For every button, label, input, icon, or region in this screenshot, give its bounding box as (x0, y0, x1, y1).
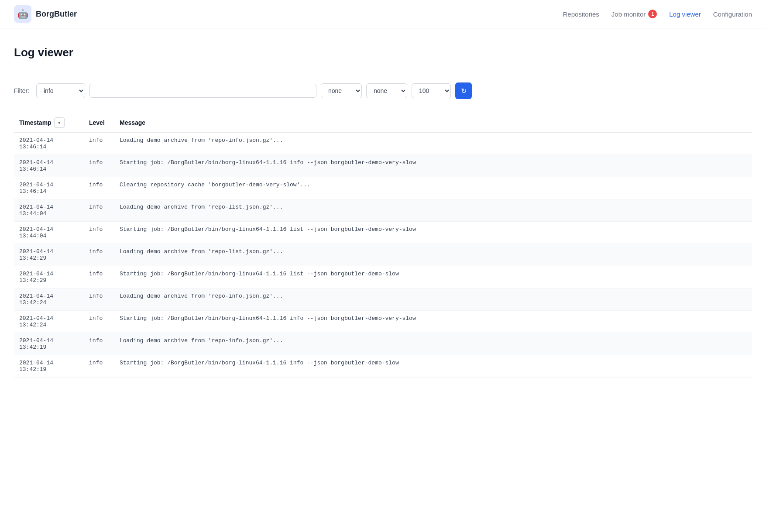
timestamp-cell: 2021-04-14 13:46:14 (14, 155, 84, 177)
level-cell: info (84, 266, 114, 288)
logo-icon: 🤖 (14, 5, 31, 23)
level-cell: info (84, 288, 114, 311)
table-row: 2021-04-14 13:42:24infoLoading demo arch… (14, 288, 752, 311)
page-title: Log viewer (14, 46, 752, 59)
timestamp-cell: 2021-04-14 13:42:29 (14, 266, 84, 288)
nav-repositories[interactable]: Repositories (563, 10, 599, 18)
timestamp-cell: 2021-04-14 13:42:19 (14, 355, 84, 378)
message-cell: Loading demo archive from 'repo-list.jso… (114, 244, 752, 266)
message-cell: Loading demo archive from 'repo-info.jso… (114, 133, 752, 155)
level-filter-select[interactable]: info debug warning error (36, 83, 85, 98)
message-cell: Loading demo archive from 'repo-list.jso… (114, 199, 752, 222)
count-select[interactable]: 100 50 200 (412, 83, 451, 98)
search-input[interactable] (89, 84, 316, 98)
logo-area: 🤖 BorgButler (14, 5, 77, 23)
message-cell: Starting job: /BorgButler/bin/borg-linux… (114, 311, 752, 333)
header: 🤖 BorgButler Repositories Job monitor 1 … (0, 0, 766, 28)
section-divider (14, 70, 752, 70)
timestamp-cell: 2021-04-14 13:46:14 (14, 133, 84, 155)
table-header: Timestamp ▾ Level Message (14, 113, 752, 133)
table-row: 2021-04-14 13:46:14infoStarting job: /Bo… (14, 155, 752, 177)
level-cell: info (84, 199, 114, 222)
app-name: BorgButler (36, 10, 77, 19)
timestamp-cell: 2021-04-14 13:42:24 (14, 311, 84, 333)
svg-text:🤖: 🤖 (17, 9, 28, 19)
filter-label: Filter: (14, 87, 29, 94)
timestamp-cell: 2021-04-14 13:44:04 (14, 222, 84, 244)
log-table: Timestamp ▾ Level Message 2021-04-14 13:… (14, 113, 752, 378)
level-cell: info (84, 155, 114, 177)
none-filter-select-1[interactable]: none (321, 83, 362, 98)
message-cell: Loading demo archive from 'repo-info.jso… (114, 333, 752, 355)
job-monitor-badge: 1 (648, 10, 657, 18)
main-nav: Repositories Job monitor 1 Log viewer Co… (563, 10, 752, 18)
level-cell: info (84, 355, 114, 378)
level-cell: info (84, 177, 114, 199)
table-row: 2021-04-14 13:46:14infoClearing reposito… (14, 177, 752, 199)
page-content: Log viewer Filter: info debug warning er… (0, 28, 766, 395)
nav-configuration[interactable]: Configuration (713, 10, 752, 18)
sort-timestamp-button[interactable]: ▾ (54, 117, 65, 128)
nav-log-viewer[interactable]: Log viewer (669, 10, 701, 18)
message-cell: Starting job: /BorgButler/bin/borg-linux… (114, 155, 752, 177)
level-cell: info (84, 222, 114, 244)
table-row: 2021-04-14 13:42:24infoStarting job: /Bo… (14, 311, 752, 333)
message-cell: Clearing repository cache 'borgbutler-de… (114, 177, 752, 199)
col-level: Level (84, 113, 114, 133)
level-cell: info (84, 133, 114, 155)
filter-row: Filter: info debug warning error none no… (14, 82, 752, 99)
table-row: 2021-04-14 13:42:19infoStarting job: /Bo… (14, 355, 752, 378)
table-row: 2021-04-14 13:44:04infoLoading demo arch… (14, 199, 752, 222)
level-cell: info (84, 244, 114, 266)
refresh-icon: ↻ (461, 87, 467, 95)
col-message: Message (114, 113, 752, 133)
timestamp-cell: 2021-04-14 13:44:04 (14, 199, 84, 222)
message-cell: Starting job: /BorgButler/bin/borg-linux… (114, 355, 752, 378)
table-row: 2021-04-14 13:42:29infoLoading demo arch… (14, 244, 752, 266)
refresh-button[interactable]: ↻ (455, 82, 472, 99)
message-cell: Starting job: /BorgButler/bin/borg-linux… (114, 266, 752, 288)
none-filter-select-2[interactable]: none (366, 83, 407, 98)
table-row: 2021-04-14 13:42:19infoLoading demo arch… (14, 333, 752, 355)
sort-icon: ▾ (58, 120, 61, 126)
message-cell: Starting job: /BorgButler/bin/borg-linux… (114, 222, 752, 244)
table-row: 2021-04-14 13:44:04infoStarting job: /Bo… (14, 222, 752, 244)
level-cell: info (84, 311, 114, 333)
table-row: 2021-04-14 13:46:14infoLoading demo arch… (14, 133, 752, 155)
timestamp-cell: 2021-04-14 13:42:19 (14, 333, 84, 355)
nav-job-monitor[interactable]: Job monitor 1 (611, 10, 657, 18)
timestamp-cell: 2021-04-14 13:46:14 (14, 177, 84, 199)
message-cell: Loading demo archive from 'repo-info.jso… (114, 288, 752, 311)
timestamp-cell: 2021-04-14 13:42:24 (14, 288, 84, 311)
col-timestamp: Timestamp ▾ (14, 113, 84, 133)
level-cell: info (84, 333, 114, 355)
timestamp-cell: 2021-04-14 13:42:29 (14, 244, 84, 266)
log-table-body: 2021-04-14 13:46:14infoLoading demo arch… (14, 133, 752, 378)
table-row: 2021-04-14 13:42:29infoStarting job: /Bo… (14, 266, 752, 288)
header-row: Timestamp ▾ Level Message (14, 113, 752, 133)
